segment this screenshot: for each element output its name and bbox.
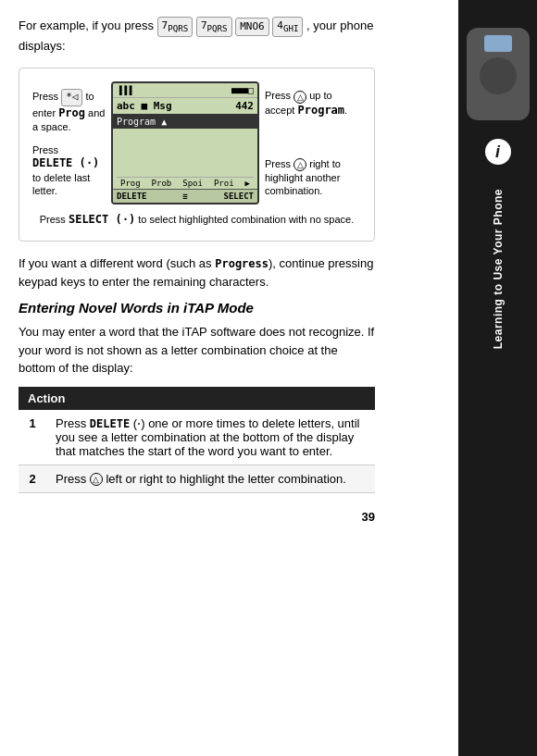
combo-arrow: ▶ bbox=[245, 179, 250, 188]
star-key: *◁ bbox=[61, 89, 82, 105]
msg-label: abc ■ Msg bbox=[117, 100, 172, 112]
left-top-label: Press *◁ to enter Prog and a space. bbox=[32, 89, 106, 133]
diagram-inner: Press *◁ to enter Prog and a space. Pres… bbox=[32, 81, 361, 204]
diagram-bottom-label: Press SELECT (⋅) to select highlighted c… bbox=[32, 212, 361, 228]
screen-msg-line: abc ■ Msg 442 bbox=[113, 98, 257, 114]
action-header: Action bbox=[19, 387, 375, 410]
screen-empty3 bbox=[113, 153, 257, 165]
screen-combo-row: Prog Prob Spoi Proi ▶ bbox=[113, 178, 257, 189]
key-4ghi: 4GHI bbox=[272, 17, 303, 37]
battery-icon: ■■■□ bbox=[231, 85, 254, 95]
delete-label: DELETE (⋅) bbox=[32, 156, 99, 169]
sidebar-label: Learning to Use Your Phone bbox=[492, 189, 505, 349]
row2-content: Press △ left or right to highlight the l… bbox=[46, 465, 375, 493]
progress-word: Progress bbox=[215, 257, 268, 270]
menu-icon: ≡ bbox=[182, 192, 187, 201]
key-mno6: MNO6 bbox=[235, 18, 269, 37]
delete-key-label: DELETE bbox=[117, 192, 147, 201]
left-bottom-label: Press DELETE (⋅) to delete last letter. bbox=[32, 143, 106, 197]
intro-paragraph: For example, if you press 7PQRS 7PQRS MN… bbox=[19, 17, 375, 55]
section-body: You may enter a word that the iTAP softw… bbox=[19, 323, 375, 378]
intro-text1: For example, if you press bbox=[19, 19, 157, 32]
diagram-right-labels: Press △ up to accept Program. Press △ ri… bbox=[259, 81, 361, 204]
screen-empty4 bbox=[113, 165, 257, 177]
right-bottom-label: Press △ right to highlight another combi… bbox=[265, 157, 361, 198]
row1-num: 1 bbox=[19, 410, 46, 465]
key-7pqrs-2: 7PQRS bbox=[196, 17, 232, 37]
action-table: Action 1 Press DELETE (⋅) one or more ti… bbox=[19, 387, 375, 494]
combo-prog: Prog bbox=[120, 179, 141, 188]
combo-prob: Prob bbox=[152, 179, 172, 188]
select-label: SELECT (⋅) bbox=[69, 213, 135, 226]
delete-action: DELETE bbox=[90, 417, 130, 430]
row1-content: Press DELETE (⋅) one or more times to de… bbox=[46, 410, 375, 465]
right-top-label: Press △ up to accept Program. bbox=[265, 89, 361, 118]
prog-label: Prog bbox=[58, 106, 85, 119]
screen-empty2 bbox=[113, 141, 257, 153]
screen-bottom-bar: DELETE ≡ SELECT bbox=[113, 189, 257, 203]
combo-spoi: Spoi bbox=[182, 179, 203, 188]
program-text: Program ▲ bbox=[117, 117, 167, 127]
table-row: 2 Press △ left or right to highlight the… bbox=[19, 465, 375, 493]
row2-num: 2 bbox=[19, 465, 46, 493]
info-icon: i bbox=[485, 139, 511, 165]
para1: If you want a different word (such as Pr… bbox=[19, 254, 375, 291]
section-heading: Entering Novel Words in iTAP Mode bbox=[19, 300, 375, 316]
sidebar-phone-image bbox=[467, 28, 530, 120]
key-7pqrs-1: 7PQRS bbox=[157, 17, 194, 37]
select-key-label: SELECT bbox=[223, 192, 254, 201]
diagram-left-labels: Press *◁ to enter Prog and a space. Pres… bbox=[32, 81, 111, 204]
screen-empty1 bbox=[113, 129, 257, 141]
screen-program-line: Program ▲ bbox=[113, 114, 257, 129]
screen-status-bar: ▐▐▐ ■■■□ bbox=[113, 83, 257, 98]
main-content: For example, if you press 7PQRS 7PQRS MN… bbox=[0, 0, 458, 756]
page-number: 39 bbox=[19, 510, 375, 524]
nav-right-icon: △ bbox=[293, 158, 306, 171]
nav-up-icon-top: △ bbox=[293, 91, 306, 104]
phone-screen-wrap: ▐▐▐ ■■■□ abc ■ Msg 442 Program ▲ bbox=[111, 81, 259, 204]
diagram: Press *◁ to enter Prog and a space. Pres… bbox=[19, 68, 375, 242]
program-accept-label: Program bbox=[297, 104, 344, 117]
nav-lr-icon: △ bbox=[90, 473, 103, 486]
phone-screen: ▐▐▐ ■■■□ abc ■ Msg 442 Program ▲ bbox=[111, 81, 259, 204]
combo-proi: Proi bbox=[214, 179, 234, 188]
msg-count: 442 bbox=[235, 100, 254, 112]
sidebar: i Learning to Use Your Phone bbox=[458, 0, 537, 756]
signal-icon: ▐▐▐ bbox=[117, 86, 131, 95]
table-row: 1 Press DELETE (⋅) one or more times to … bbox=[19, 410, 375, 465]
